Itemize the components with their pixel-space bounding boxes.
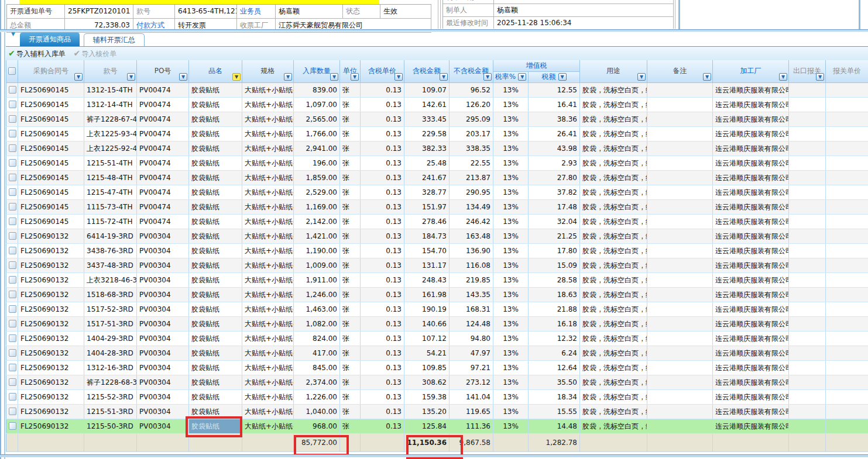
cell-unit[interactable]: 张: [340, 112, 361, 126]
cell-stock-in-qty[interactable]: 2,374.00: [294, 375, 340, 389]
cell-amount-incl-tax[interactable]: 333.45: [404, 112, 450, 126]
cell-spec[interactable]: 大贴纸+小贴纸—: [242, 82, 294, 97]
cell-product-name[interactable]: 胶袋贴纸: [189, 287, 242, 302]
cell-amount-excl-tax[interactable]: 290.95: [450, 185, 493, 199]
cell-tax-rate[interactable]: 13%: [493, 258, 529, 272]
cell-remark[interactable]: [647, 126, 713, 141]
col-header-unit-price-incl-tax[interactable]: 含税单价▼: [361, 60, 404, 82]
cell-export-customs[interactable]: [789, 243, 826, 258]
cell-product-name[interactable]: 胶袋贴纸: [189, 258, 242, 272]
cell-contract-no[interactable]: FL250690132: [18, 346, 84, 360]
cell-unit-price-incl-tax[interactable]: 0.13: [361, 331, 404, 346]
col-header-spec[interactable]: 规格▼: [242, 60, 294, 82]
cell-usage[interactable]: 胶袋，洗标空白页，纸: [580, 419, 647, 433]
table-row[interactable]: FL2506901451215-47-4THPV00474胶袋贴纸大贴纸+小贴纸…: [6, 185, 868, 199]
cell-factory[interactable]: 连云港顺庆服装有限公司: [713, 302, 789, 316]
cell-customs-unit-price[interactable]: [826, 141, 868, 156]
cell-export-customs[interactable]: [789, 82, 826, 97]
cell-factory[interactable]: 连云港顺庆服装有限公司: [713, 375, 789, 389]
cell-tax-amount[interactable]: 6.24: [529, 346, 580, 360]
row-checkbox[interactable]: [9, 144, 16, 152]
cell-row-select[interactable]: [6, 170, 18, 185]
cell-tax-amount[interactable]: 16.18: [529, 316, 580, 331]
cell-tax-amount[interactable]: 26.41: [529, 126, 580, 141]
cell-usage[interactable]: 胶袋，洗标空白页，纸: [580, 199, 647, 214]
cell-unit-price-incl-tax[interactable]: 0.13: [361, 287, 404, 302]
cell-contract-no[interactable]: FL250690145: [18, 82, 84, 97]
cell-unit-price-incl-tax[interactable]: 0.13: [361, 316, 404, 331]
row-checkbox[interactable]: [9, 159, 16, 167]
cell-stock-in-qty[interactable]: 2,941.00: [294, 141, 340, 156]
filter-dropdown-tax-rate[interactable]: ▼: [518, 73, 526, 81]
cell-stock-in-qty[interactable]: 2,142.00: [294, 214, 340, 229]
cell-stock-in-qty[interactable]: 824.00: [294, 331, 340, 346]
cell-contract-no[interactable]: FL250690132: [18, 258, 84, 272]
table-row[interactable]: FL2506901451312-14-4THPV00474胶袋贴纸大贴纸+小贴纸…: [6, 97, 868, 112]
cell-remark[interactable]: [647, 229, 713, 243]
cell-factory[interactable]: 连云港顺庆服装有限公司: [713, 389, 789, 404]
cell-style-no[interactable]: 上衣1225-92-4TH: [84, 141, 137, 156]
cell-tax-rate[interactable]: 13%: [493, 141, 529, 156]
col-header-tax-rate[interactable]: 税率%▼: [493, 71, 529, 82]
cell-row-select[interactable]: [6, 185, 18, 199]
cell-remark[interactable]: [647, 185, 713, 199]
row-checkbox[interactable]: [9, 364, 16, 371]
cell-po-no[interactable]: PV00304: [137, 229, 189, 243]
cell-row-select[interactable]: [6, 404, 18, 419]
cell-amount-incl-tax[interactable]: 25.48: [404, 156, 450, 170]
table-row[interactable]: FL2506901323437-48-3RDPV00304胶袋贴纸大贴纸+小贴纸…: [6, 258, 868, 272]
table-row[interactable]: FL250690145裤子1228-67-4THPV00474胶袋贴纸大贴纸+小…: [6, 112, 868, 126]
cell-customs-unit-price[interactable]: [826, 419, 868, 433]
tab-accessory-invoice-summary[interactable]: 辅料开票汇总: [84, 33, 145, 46]
col-header-remark[interactable]: 备注▼: [647, 60, 713, 82]
cell-stock-in-qty[interactable]: 417.00: [294, 346, 340, 360]
cell-usage[interactable]: 胶袋，洗标空白页，纸: [580, 214, 647, 229]
cell-stock-in-qty[interactable]: 1,911.00: [294, 272, 340, 287]
cell-export-customs[interactable]: [789, 185, 826, 199]
cell-stock-in-qty[interactable]: 845.00: [294, 360, 340, 375]
cell-amount-incl-tax[interactable]: 54.21: [404, 346, 450, 360]
cell-unit-price-incl-tax[interactable]: 0.13: [361, 82, 404, 97]
cell-tax-amount[interactable]: 27.80: [529, 170, 580, 185]
cell-stock-in-qty[interactable]: 1,190.00: [294, 243, 340, 258]
cell-contract-no[interactable]: FL250690145: [18, 185, 84, 199]
import-price-check-button[interactable]: ✔导入核价单: [74, 50, 117, 58]
cell-style-no[interactable]: 1312-14-4TH: [84, 97, 137, 112]
col-header-export-customs[interactable]: 出口报关▼: [789, 60, 826, 82]
cell-export-customs[interactable]: [789, 287, 826, 302]
filter-dropdown-spec[interactable]: ▼: [284, 73, 292, 81]
cell-export-customs[interactable]: [789, 126, 826, 141]
cell-style-no[interactable]: 3437-48-3RD: [84, 258, 137, 272]
cell-factory[interactable]: 连云港顺庆服装有限公司: [713, 97, 789, 112]
cell-remark[interactable]: [647, 214, 713, 229]
cell-tax-rate[interactable]: 13%: [493, 419, 529, 433]
cell-spec[interactable]: 大贴纸+小贴纸—: [242, 214, 294, 229]
cell-tax-rate[interactable]: 13%: [493, 316, 529, 331]
cell-row-select[interactable]: [6, 287, 18, 302]
cell-remark[interactable]: [647, 287, 713, 302]
cell-customs-unit-price[interactable]: [826, 404, 868, 419]
cell-amount-excl-tax[interactable]: 295.09: [450, 112, 493, 126]
cell-tax-amount[interactable]: 18.34: [529, 389, 580, 404]
cell-amount-incl-tax[interactable]: 142.61: [404, 97, 450, 112]
cell-spec[interactable]: 大贴纸+小贴纸—: [242, 360, 294, 375]
cell-contract-no[interactable]: FL250690145: [18, 126, 84, 141]
col-header-amount-incl-tax[interactable]: 含税金额▼: [404, 60, 450, 82]
cell-spec[interactable]: 大贴纸+小贴纸—: [242, 199, 294, 214]
table-row[interactable]: FL2506901451115-73-4THPV00474胶袋贴纸大贴纸+小贴纸…: [6, 199, 868, 214]
col-header-usage[interactable]: 用途▼: [580, 60, 647, 82]
cell-style-no[interactable]: 1115-72-4TH: [84, 214, 137, 229]
cell-contract-no[interactable]: FL250690132: [18, 375, 84, 389]
cell-product-name[interactable]: 胶袋贴纸: [189, 141, 242, 156]
cell-style-no[interactable]: 1215-52-3RD: [84, 389, 137, 404]
cell-factory[interactable]: 连云港顺庆服装有限公司: [713, 258, 789, 272]
cell-unit[interactable]: 张: [340, 141, 361, 156]
cell-usage[interactable]: 胶袋，洗标空白页，纸: [580, 156, 647, 170]
cell-style-no[interactable]: 1312-16-3RD: [84, 360, 137, 375]
table-row[interactable]: FL2506901326414-19-3RDPV00304胶袋贴纸大贴纸+小贴纸…: [6, 229, 868, 243]
cell-po-no[interactable]: PV00304: [137, 302, 189, 316]
cell-tax-amount[interactable]: 12.64: [529, 360, 580, 375]
cell-unit-price-incl-tax[interactable]: 0.13: [361, 141, 404, 156]
row-checkbox[interactable]: [9, 378, 16, 386]
cell-remark[interactable]: [647, 404, 713, 419]
